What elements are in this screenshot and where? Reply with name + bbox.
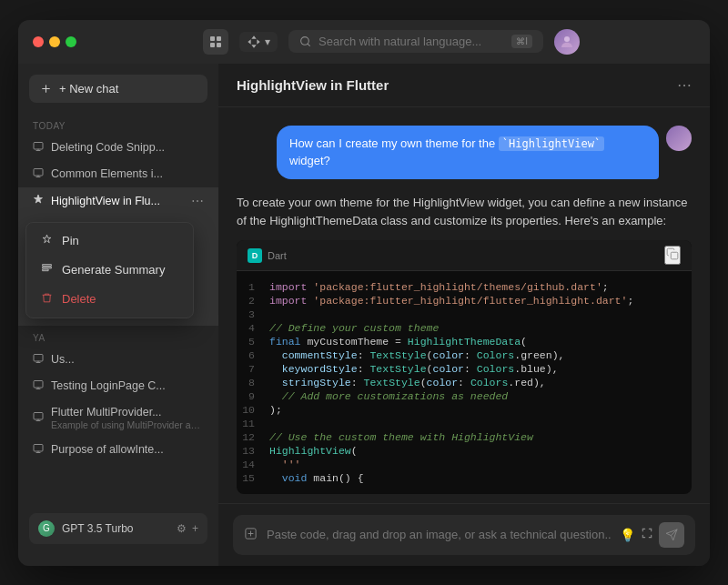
code-line: 5 final myCustomTheme = HighlightThemeDa…	[237, 335, 692, 348]
sidebar-item-deleting-code[interactable]: Deleting Code Snipp...	[18, 135, 218, 161]
model-switcher[interactable]: ▾	[239, 32, 278, 52]
new-chat-button[interactable]: + New chat	[29, 75, 207, 103]
sidebar-item-us[interactable]: Us...	[18, 347, 218, 373]
assistant-message: To create your own theme for the Highlig…	[237, 194, 692, 495]
code-block: D Dart 1	[237, 240, 692, 494]
language-label: Dart	[268, 250, 287, 261]
sidebar-item-purpose-allowinte[interactable]: Purpose of allowInte...	[18, 437, 218, 463]
app-icon-button[interactable]	[203, 29, 228, 55]
chat-icon	[33, 141, 44, 155]
chat-more-button[interactable]: ⋯	[677, 76, 692, 94]
model-selector[interactable]: G GPT 3.5 Turbo ⚙ +	[29, 513, 207, 544]
user-bubble: How can I create my own theme for the `H…	[277, 126, 659, 179]
svg-rect-1	[217, 36, 221, 41]
chat-input-actions: 💡	[620, 522, 684, 548]
ya-section-label: YA	[18, 326, 218, 347]
pin-menu-icon	[41, 234, 53, 248]
send-button[interactable]	[659, 522, 684, 548]
chat-icon	[33, 411, 44, 425]
search-bar[interactable]: ⌘I	[288, 30, 543, 53]
delete-label: Delete	[62, 292, 96, 306]
chat-icon	[33, 353, 44, 367]
minimize-button[interactable]	[49, 36, 60, 47]
context-menu-delete[interactable]: Delete	[30, 285, 189, 314]
code-line: 1 import 'package:flutter_highlight/them…	[237, 280, 692, 294]
summary-icon	[41, 263, 53, 277]
main-content: + New chat TODAY Deleting Code Snipp... …	[18, 64, 710, 566]
code-line: 11	[237, 417, 692, 430]
sidebar-item-flutter-multiprovider[interactable]: Flutter MultiProvider... Example of usin…	[18, 399, 218, 437]
today-section-label: TODAY	[18, 114, 218, 135]
chat-icon	[33, 167, 44, 181]
inline-code: `HighlightView`	[499, 136, 604, 151]
dart-icon: D	[248, 248, 262, 263]
copy-code-button[interactable]	[664, 246, 681, 265]
code-line: 10 );	[237, 403, 692, 417]
model-actions: ⚙ +	[177, 522, 198, 535]
svg-rect-10	[34, 412, 43, 419]
titlebar: ▾ ⌘I	[18, 20, 710, 64]
chat-input[interactable]	[267, 528, 611, 541]
model-new-button[interactable]: +	[192, 522, 198, 535]
code-line: 14 '''	[237, 458, 692, 471]
code-line: 13 HighlightView(	[237, 444, 692, 458]
messages-container: How can I create my own theme for the `H…	[218, 107, 710, 503]
sidebar-item-label: Deleting Code Snipp...	[51, 141, 204, 154]
code-line: 2 import 'package:flutter_highlight/flut…	[237, 294, 692, 308]
svg-rect-6	[34, 142, 43, 149]
svg-rect-11	[34, 444, 43, 451]
close-button[interactable]	[33, 36, 44, 47]
code-line: 3	[237, 308, 692, 321]
code-line: 12 // Use the custom theme with Highligh…	[237, 430, 692, 444]
model-icon: G	[38, 520, 55, 537]
search-icon	[299, 35, 311, 47]
code-line: 6 commentStyle: TextStyle(color: Colors.…	[237, 348, 692, 362]
item-more-button[interactable]: ⋯	[191, 194, 204, 208]
attachment-icon	[244, 527, 258, 543]
chat-title: HighlightView in Flutter	[237, 77, 666, 93]
expand-button[interactable]	[641, 527, 653, 542]
chat-icon	[33, 443, 44, 457]
code-line: 8 stringStyle: TextStyle(color: Colors.r…	[237, 376, 692, 389]
model-settings-button[interactable]: ⚙	[177, 522, 187, 535]
main-window: ▾ ⌘I	[18, 20, 710, 566]
pin-icon	[33, 194, 44, 207]
maximize-button[interactable]	[66, 36, 76, 47]
sidebar-top: + New chat	[18, 75, 218, 114]
context-menu-pin[interactable]: Pin	[30, 227, 189, 256]
plus-icon	[40, 83, 52, 95]
user-avatar[interactable]	[554, 29, 580, 55]
sidebar-item-highlightview[interactable]: HighlightView in Flu... ⋯ Pin	[18, 187, 218, 326]
sidebar-item-label: Common Elements i...	[51, 167, 204, 180]
model-name-label: GPT 3.5 Turbo	[62, 522, 169, 535]
chat-icon	[33, 379, 44, 393]
sidebar-item-testing-loginpage[interactable]: Testing LoginPage C...	[18, 373, 218, 399]
code-line: 4 // Define your custom theme	[237, 321, 692, 335]
svg-rect-12	[671, 252, 678, 259]
model-dropdown-icon: ▾	[265, 35, 270, 48]
sidebar-item-common-elements[interactable]: Common Elements i...	[18, 161, 218, 187]
svg-rect-7	[34, 168, 43, 176]
assistant-text: To create your own theme for the Highlig…	[237, 194, 692, 232]
chat-input-area: 💡	[218, 503, 710, 566]
sidebar-item-subtitle: Example of using MultiProvider and Chang…	[51, 419, 204, 430]
model-icon	[247, 35, 261, 49]
generate-summary-label: Generate Summary	[62, 263, 165, 277]
code-header: D Dart	[237, 240, 692, 271]
code-content: 1 import 'package:flutter_highlight/them…	[237, 271, 692, 494]
svg-rect-9	[34, 380, 43, 388]
titlebar-center: ▾ ⌘I	[87, 29, 695, 55]
search-shortcut: ⌘I	[511, 35, 532, 48]
user-avatar	[666, 126, 692, 151]
sidebar-item-label: Purpose of allowInte...	[51, 443, 204, 456]
sidebar: + New chat TODAY Deleting Code Snipp... …	[18, 64, 218, 566]
idea-button[interactable]: 💡	[620, 528, 635, 542]
svg-rect-8	[34, 354, 43, 361]
sidebar-bottom: G GPT 3.5 Turbo ⚙ +	[18, 502, 218, 555]
search-input[interactable]	[318, 35, 504, 48]
svg-rect-2	[210, 43, 215, 47]
code-line: 9 // Add more customizations as needed	[237, 389, 692, 403]
context-menu-generate-summary[interactable]: Generate Summary	[30, 256, 189, 285]
svg-rect-3	[217, 43, 221, 47]
sidebar-item-label: HighlightView in Flu...	[51, 195, 184, 207]
